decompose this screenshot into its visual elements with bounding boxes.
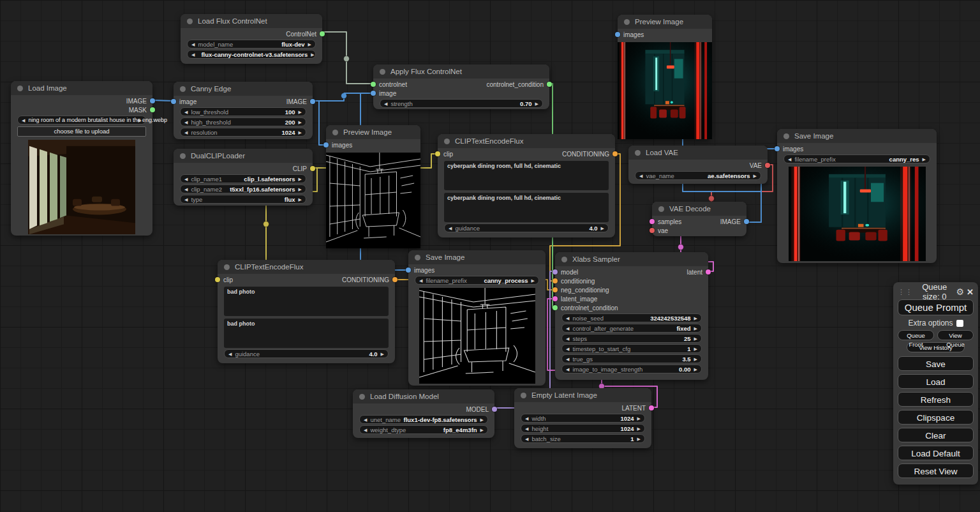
node-collapse-dot-icon[interactable] [359,394,365,400]
refresh-button[interactable]: Refresh [898,392,974,407]
widget-clip_name1[interactable]: ◀clip_name1clip_l.safetensors▶ [180,174,306,183]
node-title-bar[interactable]: Preview Image [618,15,712,29]
output-port-MASK[interactable] [150,107,155,112]
node-title-bar[interactable]: Canny Edge [174,82,313,96]
widget-decrement-arrow-icon[interactable]: ◀ [566,316,569,320]
widget-filename_prefix[interactable]: ◀filename_prefixcanny_process▶ [415,276,539,285]
node-canny-edge[interactable]: Canny EdgeimageIMAGE◀low_threshold100▶◀h… [174,82,313,139]
widget-increment-arrow-icon[interactable]: ▶ [480,428,484,432]
widget-value[interactable]: canny_process [484,277,528,284]
widget-increment-arrow-icon[interactable]: ▶ [694,326,697,331]
node-collapse-dot-icon[interactable] [415,255,420,260]
widget-decrement-arrow-icon[interactable]: ◀ [384,102,387,106]
output-port-LATENT[interactable] [649,405,654,410]
widget-increment-arrow-icon[interactable]: ▶ [694,347,697,351]
widget-value[interactable]: 1024 [620,425,634,432]
node-collapse-dot-icon[interactable] [624,19,630,25]
node-collapse-dot-icon[interactable] [224,264,230,270]
widget-decrement-arrow-icon[interactable]: ◀ [191,52,195,57]
output-port-latent[interactable] [706,269,711,275]
widget-increment-arrow-icon[interactable]: ▶ [535,102,538,106]
widget-value[interactable]: 1 [630,435,634,442]
prompt-textarea[interactable]: cyberpank dining room, full hd, cinemati… [444,161,609,190]
prompt-textarea[interactable]: cyberpank dining room, full hd, cinemati… [444,193,609,222]
node-title-bar[interactable]: Load Flux ControlNet [181,14,322,28]
widget-value[interactable]: 3.5 [682,356,690,363]
input-port-images[interactable] [775,146,780,151]
widget-value[interactable]: ning room of a modern brutalist house in… [28,117,135,123]
widget-decrement-arrow-icon[interactable]: ◀ [228,352,232,356]
widget-true_gs[interactable]: ◀true_gs3.5▶ [561,354,702,363]
widget-decrement-arrow-icon[interactable]: ◀ [639,174,642,178]
wire-reroute-dot[interactable] [344,56,350,62]
widget-decrement-arrow-icon[interactable]: ◀ [525,416,528,421]
output-port-VAE[interactable] [765,163,770,168]
input-port-samples[interactable] [650,219,655,224]
widget-type[interactable]: ◀typeflux▶ [180,195,306,204]
choose-file-button[interactable]: choose file to upload [17,126,146,137]
clear-button[interactable]: Clear [898,428,974,442]
queue-front-button[interactable]: Queue Front [898,330,934,340]
widget-value[interactable]: 1024 [281,129,295,136]
node-collapse-dot-icon[interactable] [561,257,567,262]
extra-options-checkbox[interactable] [956,320,963,327]
node-graph-canvas[interactable]: ⋮⋮ Queue size: 0 ⚙ ✕ Queue Prompt Extra … [0,0,980,512]
widget-vae_name[interactable]: ◀vae_nameae.safetensors▶ [635,171,761,180]
input-port-conditioning[interactable] [553,278,558,283]
clipspace-button[interactable]: Clipspace [898,410,974,425]
input-port-image[interactable] [171,99,176,104]
widget-increment-arrow-icon[interactable]: ▶ [299,177,302,181]
node-collapse-dot-icon[interactable] [658,206,664,212]
save-button[interactable]: Save [898,356,974,371]
widget-decrement-arrow-icon[interactable]: ◀ [364,418,367,422]
node-load-diffusion-model[interactable]: Load Diffusion ModelMODEL◀unet_nameflux1… [353,389,494,438]
node-title-bar[interactable]: Preview Image [326,125,420,139]
input-port-neg_conditioning[interactable] [553,287,558,292]
node-collapse-dot-icon[interactable] [783,133,789,139]
node-collapse-dot-icon[interactable] [380,69,385,75]
output-port-IMAGE[interactable] [310,99,315,104]
widget-decrement-arrow-icon[interactable]: ◀ [566,357,569,361]
node-load-vae[interactable]: Load VAEVAE◀vae_nameae.safetensors▶ [628,146,768,184]
node-title-bar[interactable]: VAE Decode [652,202,746,216]
node-save-image-result[interactable]: Save Imageimages◀filename_prefixcanny_re… [777,129,937,263]
view-queue-button[interactable]: View Queue [937,330,974,340]
input-port-images[interactable] [406,267,411,273]
node-xlabs-sampler[interactable]: Xlabs Samplermodellatentconditioningneg_… [555,252,708,380]
node-title-bar[interactable]: Empty Latent Image [514,388,651,402]
output-port-IMAGE[interactable] [744,219,749,224]
node-collapse-dot-icon[interactable] [187,19,193,24]
widget-increment-arrow-icon[interactable]: ▶ [637,426,641,431]
widget-increment-arrow-icon[interactable]: ▶ [299,120,302,124]
output-port-controlnet_condition[interactable] [547,82,552,87]
input-port-images[interactable] [323,142,329,147]
widget-increment-arrow-icon[interactable]: ▶ [308,42,311,47]
widget-increment-arrow-icon[interactable]: ▶ [923,157,926,162]
widget-increment-arrow-icon[interactable]: ▶ [299,197,302,202]
input-port-model[interactable] [553,269,558,275]
widget-increment-arrow-icon[interactable]: ▶ [138,118,142,123]
widget-guidance[interactable]: ◀guidance4.0▶ [444,223,609,232]
widget-control_after_generate[interactable]: ◀control_after_generatefixed▶ [561,324,702,333]
widget-decrement-arrow-icon[interactable]: ◀ [788,157,791,162]
widget-decrement-arrow-icon[interactable]: ◀ [566,347,569,351]
widget-decrement-arrow-icon[interactable]: ◀ [449,226,452,230]
widget-increment-arrow-icon[interactable]: ▶ [694,367,697,372]
node-load-image[interactable]: Load ImageIMAGEMASK◀ning room of a moder… [11,81,152,236]
wire-reroute-dot[interactable] [264,222,269,227]
widget-value[interactable]: 0.00 [679,366,691,373]
wire-reroute-dot[interactable] [341,93,347,99]
reset-view-button[interactable]: Reset View [898,463,974,478]
widget-value[interactable]: clip_l.safetensors [244,176,295,183]
widget-increment-arrow-icon[interactable]: ▶ [637,416,641,421]
widget-value[interactable]: flux [285,196,295,203]
widget-value[interactable]: canny_res [889,156,919,163]
widget-batch_size[interactable]: ◀batch_size1▶ [521,434,645,443]
node-clip-text-encode-flux-negative[interactable]: CLIPTextEncodeFluxclipCONDITIONINGbad ph… [218,260,395,363]
input-port-controlnet_condition[interactable] [553,305,558,310]
drag-handle-icon[interactable]: ⋮⋮ [898,288,913,296]
widget-image_to_image_strength[interactable]: ◀image_to_image_strength0.00▶ [561,365,702,373]
node-title-bar[interactable]: CLIPTextEncodeFlux [218,260,395,274]
widget-value[interactable]: flux1-dev-fp8.safetensors [404,416,477,423]
widget-decrement-arrow-icon[interactable]: ◀ [184,197,188,202]
